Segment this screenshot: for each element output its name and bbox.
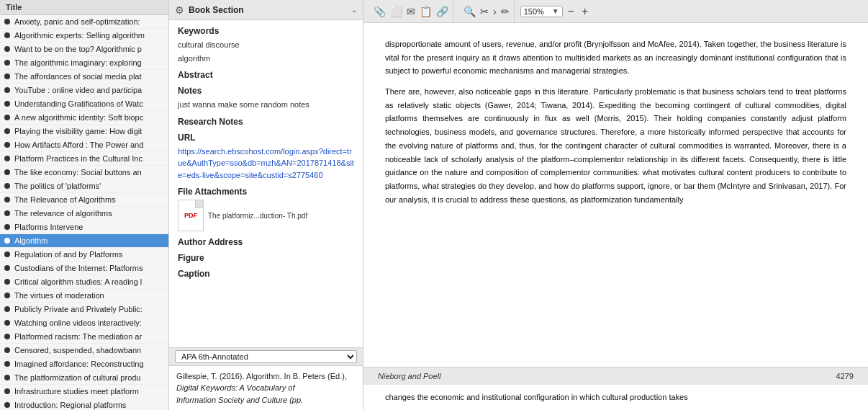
title-list-item[interactable]: Imagined affordance: Reconstructing: [0, 357, 168, 371]
list-item-dot: [4, 388, 10, 394]
keywords-label: Keywords: [178, 26, 354, 36]
title-list-item[interactable]: Platform Practices in the Cultural Inc: [0, 152, 168, 166]
list-item-text: The politics of 'platforms': [14, 182, 101, 190]
list-item-text: Introduction: Regional platforms: [14, 401, 126, 409]
citation-style-select[interactable]: APA 6th-Annotated: [175, 350, 357, 363]
list-item-text: YouTube : online video and participa: [14, 86, 142, 94]
attachment-tools: 📎 ⬜ ✉ 📋 🔗: [369, 0, 453, 22]
abstract-label: Abstract: [178, 70, 354, 80]
book-section-dropdown-arrow[interactable]: ⌄: [351, 6, 357, 14]
zoom-value: 150%: [524, 7, 549, 16]
title-list-item[interactable]: The like economy: Social buttons an: [0, 166, 168, 179]
list-item-dot: [4, 73, 10, 79]
title-list-item[interactable]: Platformed racism: The mediation ar: [0, 330, 168, 344]
list-item-dot: [4, 251, 10, 257]
title-list-item[interactable]: Publicly Private and Privately Public:: [0, 303, 168, 316]
gear-icon[interactable]: ⚙: [175, 4, 184, 16]
share-icon[interactable]: 🔗: [436, 6, 448, 17]
list-item-dot: [4, 375, 10, 380]
title-list-item[interactable]: Watching online videos interactively:: [0, 316, 168, 330]
email-icon[interactable]: ✉: [407, 6, 415, 17]
notes-label: Notes: [178, 86, 354, 96]
list-item-dot: [4, 293, 10, 298]
title-list-item[interactable]: Introduction: Regional platforms: [0, 398, 168, 410]
list-item-text: Imagined affordance: Reconstructing: [14, 360, 144, 368]
list-item-text: Playing the visibility game: How digit: [14, 127, 142, 135]
list-item-dot: [4, 347, 10, 353]
list-item-text: Algorithm: [14, 236, 48, 245]
research-notes-label: Research Notes: [178, 117, 354, 127]
pdf-footer-author: Nieborg and Poell: [378, 372, 440, 380]
title-list-item[interactable]: Playing the visibility game: How digit: [0, 125, 168, 138]
list-item-text: The algorithmic imaginary: exploring: [14, 58, 142, 67]
scissors-icon[interactable]: ✂: [480, 6, 489, 17]
pdf-file-icon[interactable]: PDF: [178, 200, 204, 231]
list-item-text: The relevance of algorithms: [14, 209, 112, 218]
copy-icon[interactable]: 📋: [420, 6, 432, 17]
title-list-item[interactable]: Platforms Intervene: [0, 220, 168, 234]
attachment-filename[interactable]: The platformiz...duction- Th.pdf: [208, 212, 307, 220]
title-list-item[interactable]: How Artifacts Afford : The Power and: [0, 138, 168, 152]
zoom-in-button[interactable]: +: [579, 5, 590, 18]
title-list-item[interactable]: Custodians of the Internet: Platforms: [0, 262, 168, 275]
zoom-control: 150% ▼ − +: [520, 5, 591, 18]
title-list-item[interactable]: Critical algorithm studies: A reading l: [0, 275, 168, 289]
title-list-item[interactable]: A new algorithmic identity: Soft biopc: [0, 111, 168, 125]
title-list-item[interactable]: The Relevance of Algorithms: [0, 193, 168, 207]
title-list-item[interactable]: Censored, suspended, shadowbann: [0, 344, 168, 357]
list-item-dot: [4, 156, 10, 161]
title-list-item[interactable]: The platformization of cultural produ: [0, 371, 168, 385]
title-list-item[interactable]: Want to be on the top? Algorithmic p: [0, 43, 168, 56]
forward-icon[interactable]: ›: [493, 6, 497, 17]
list-item-text: Infrastructure studies meet platform: [14, 387, 139, 396]
title-list-item[interactable]: Infrastructure studies meet platform: [0, 385, 168, 398]
paperclip-icon[interactable]: 📎: [374, 6, 386, 17]
citation-area: APA 6th-Annotated Gillespie, T. (2016). …: [169, 347, 363, 411]
url-link[interactable]: https://search.ebscohost.com/login.aspx?…: [178, 147, 354, 179]
title-list-item[interactable]: Anxiety, panic and self-optimization:: [0, 15, 168, 29]
pdf-footer-content: changes the economic and institutional c…: [363, 385, 868, 410]
title-list-item[interactable]: Regulation of and by Platforms: [0, 248, 168, 262]
notes-text: just wanna make some random notes: [178, 99, 354, 111]
pdf-content-area: disproportionate amount of users, revenu…: [363, 23, 868, 410]
citation-preview: Gillespie, T. (2016). Algorithm. In B. P…: [169, 366, 363, 411]
list-item-dot: [4, 238, 10, 244]
search-icon[interactable]: 🔍: [464, 6, 476, 17]
list-item-text: Platform Practices in the Cultural Inc: [14, 154, 143, 163]
open-icon[interactable]: ⬜: [390, 6, 402, 17]
title-column-header: Title: [0, 0, 168, 15]
list-item-text: The virtues of moderation: [14, 291, 104, 300]
list-item-text: The affordances of social media plat: [14, 72, 142, 81]
zoom-dropdown-icon[interactable]: ▼: [552, 7, 559, 15]
list-item-text: The like economy: Social buttons an: [14, 168, 142, 177]
title-list-item[interactable]: The algorithmic imaginary: exploring: [0, 56, 168, 70]
title-list-item[interactable]: The relevance of algorithms: [0, 207, 168, 220]
pdf-paragraph-2: There are, however, also noticeable gaps…: [385, 85, 846, 206]
pdf-toolbar: 📎 ⬜ ✉ 📋 🔗 🔍 ✂ › ✏ 150% ▼ − +: [363, 0, 868, 23]
book-section-label: Book Section: [189, 5, 347, 15]
pdf-footer-paragraph: changes the economic and institutional c…: [385, 391, 846, 404]
edit-icon[interactable]: ✏: [501, 6, 510, 17]
caption-label: Caption: [178, 269, 354, 279]
list-item-dot: [4, 334, 10, 339]
title-list-item[interactable]: Algorithm: [0, 234, 168, 248]
title-list-item[interactable]: The virtues of moderation: [0, 289, 168, 303]
title-list-item[interactable]: Algorithmic experts: Selling algorithm: [0, 29, 168, 43]
citation-text-2: Digital Keywords: A Vocabulary of: [176, 383, 294, 392]
zoom-out-button[interactable]: −: [566, 5, 577, 18]
list-item-text: How Artifacts Afford : The Power and: [14, 141, 143, 149]
citation-text-1: Gillespie, T. (2016). Algorithm. In B. P…: [176, 372, 347, 380]
zoom-box: 150% ▼: [520, 6, 563, 17]
title-list-item[interactable]: Understanding Gratifications of Watc: [0, 97, 168, 111]
metadata-content: Keywords cultural discourse algorithm Ab…: [169, 20, 363, 347]
list-item-dot: [4, 128, 10, 134]
title-list-item[interactable]: The politics of 'platforms': [0, 179, 168, 193]
list-item-text: Critical algorithm studies: A reading l: [14, 277, 142, 286]
list-item-dot: [4, 320, 10, 326]
list-item-text: Watching online videos interactively:: [14, 318, 142, 327]
list-item-dot: [4, 60, 10, 66]
title-list-item[interactable]: YouTube : online video and participa: [0, 84, 168, 97]
list-item-text: The Relevance of Algorithms: [14, 195, 116, 204]
title-list-item[interactable]: The affordances of social media plat: [0, 70, 168, 84]
list-item-dot: [4, 101, 10, 107]
